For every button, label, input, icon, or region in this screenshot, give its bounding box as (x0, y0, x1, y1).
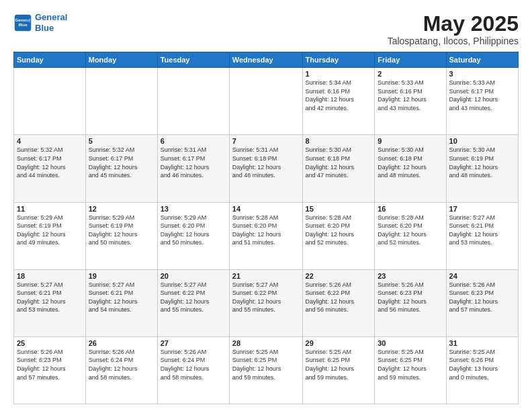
svg-text:Blue: Blue (18, 22, 28, 27)
day-number: 9 (378, 137, 443, 145)
day-info: Sunrise: 5:26 AM Sunset: 6:22 PM Dayligh… (306, 281, 372, 314)
table-row (85, 68, 157, 135)
day-number: 18 (17, 272, 83, 280)
table-row: 7Sunrise: 5:31 AM Sunset: 6:18 PM Daylig… (229, 135, 302, 202)
table-row: 9Sunrise: 5:30 AM Sunset: 6:18 PM Daylig… (375, 135, 446, 202)
day-info: Sunrise: 5:30 AM Sunset: 6:18 PM Dayligh… (306, 146, 372, 179)
table-row: 12Sunrise: 5:29 AM Sunset: 6:19 PM Dayli… (85, 202, 157, 269)
day-number: 21 (232, 272, 300, 280)
day-number: 20 (161, 272, 226, 280)
calendar-title: May 2025 (388, 12, 519, 36)
day-info: Sunrise: 5:27 AM Sunset: 6:22 PM Dayligh… (161, 281, 226, 314)
day-number: 3 (449, 70, 515, 78)
calendar-subtitle: Talospatang, Ilocos, Philippines (388, 36, 519, 46)
table-row: 2Sunrise: 5:33 AM Sunset: 6:16 PM Daylig… (375, 68, 446, 135)
col-sunday: Sunday (14, 52, 86, 68)
day-info: Sunrise: 5:29 AM Sunset: 6:20 PM Dayligh… (161, 214, 226, 247)
table-row: 1Sunrise: 5:34 AM Sunset: 6:16 PM Daylig… (302, 68, 375, 135)
table-row: 21Sunrise: 5:27 AM Sunset: 6:22 PM Dayli… (229, 269, 302, 336)
logo-icon: General Blue (13, 13, 32, 32)
day-info: Sunrise: 5:25 AM Sunset: 6:25 PM Dayligh… (232, 348, 300, 381)
table-row: 4Sunrise: 5:32 AM Sunset: 6:17 PM Daylig… (14, 135, 86, 202)
day-number: 1 (306, 70, 372, 78)
day-info: Sunrise: 5:32 AM Sunset: 6:17 PM Dayligh… (17, 146, 83, 179)
calendar-week-row: 25Sunrise: 5:26 AM Sunset: 6:23 PM Dayli… (14, 336, 519, 404)
day-info: Sunrise: 5:28 AM Sunset: 6:20 PM Dayligh… (232, 214, 300, 247)
calendar-page: General Blue General Blue May 2025 Talos… (0, 0, 532, 411)
table-row: 28Sunrise: 5:25 AM Sunset: 6:25 PM Dayli… (229, 336, 302, 404)
day-info: Sunrise: 5:26 AM Sunset: 6:24 PM Dayligh… (89, 348, 154, 381)
table-row: 11Sunrise: 5:29 AM Sunset: 6:19 PM Dayli… (14, 202, 86, 269)
day-info: Sunrise: 5:29 AM Sunset: 6:19 PM Dayligh… (17, 214, 83, 247)
day-number: 29 (306, 339, 372, 347)
day-info: Sunrise: 5:25 AM Sunset: 6:25 PM Dayligh… (306, 348, 372, 381)
col-monday: Monday (85, 52, 157, 68)
day-number: 22 (306, 272, 372, 280)
day-number: 7 (232, 137, 300, 145)
table-row (157, 68, 229, 135)
calendar-week-row: 11Sunrise: 5:29 AM Sunset: 6:19 PM Dayli… (14, 202, 519, 269)
col-friday: Friday (375, 52, 446, 68)
day-info: Sunrise: 5:33 AM Sunset: 6:16 PM Dayligh… (378, 79, 443, 112)
day-info: Sunrise: 5:26 AM Sunset: 6:23 PM Dayligh… (378, 281, 443, 314)
table-row: 6Sunrise: 5:31 AM Sunset: 6:17 PM Daylig… (157, 135, 229, 202)
logo-line1: General (35, 12, 67, 22)
day-number: 28 (232, 339, 300, 347)
day-info: Sunrise: 5:27 AM Sunset: 6:21 PM Dayligh… (449, 214, 515, 247)
calendar-week-row: 1Sunrise: 5:34 AM Sunset: 6:16 PM Daylig… (14, 68, 519, 135)
day-info: Sunrise: 5:26 AM Sunset: 6:23 PM Dayligh… (17, 348, 83, 381)
table-row: 3Sunrise: 5:33 AM Sunset: 6:17 PM Daylig… (446, 68, 518, 135)
day-number: 15 (306, 205, 372, 213)
day-number: 24 (449, 272, 515, 280)
table-row: 18Sunrise: 5:27 AM Sunset: 6:21 PM Dayli… (14, 269, 86, 336)
calendar-header-row: Sunday Monday Tuesday Wednesday Thursday… (14, 52, 519, 68)
day-info: Sunrise: 5:31 AM Sunset: 6:18 PM Dayligh… (232, 146, 300, 179)
day-number: 25 (17, 339, 83, 347)
day-number: 30 (378, 339, 443, 347)
day-info: Sunrise: 5:30 AM Sunset: 6:18 PM Dayligh… (378, 146, 443, 179)
logo-line2: Blue (35, 23, 54, 33)
day-info: Sunrise: 5:28 AM Sunset: 6:20 PM Dayligh… (306, 214, 372, 247)
table-row: 30Sunrise: 5:25 AM Sunset: 6:25 PM Dayli… (375, 336, 446, 404)
calendar-table: Sunday Monday Tuesday Wednesday Thursday… (13, 52, 519, 404)
table-row: 20Sunrise: 5:27 AM Sunset: 6:22 PM Dayli… (157, 269, 229, 336)
table-row (229, 68, 302, 135)
day-info: Sunrise: 5:31 AM Sunset: 6:17 PM Dayligh… (161, 146, 226, 179)
day-info: Sunrise: 5:30 AM Sunset: 6:19 PM Dayligh… (449, 146, 515, 179)
table-row: 23Sunrise: 5:26 AM Sunset: 6:23 PM Dayli… (375, 269, 446, 336)
table-row: 31Sunrise: 5:25 AM Sunset: 6:26 PM Dayli… (446, 336, 518, 404)
day-number: 8 (306, 137, 372, 145)
day-number: 16 (378, 205, 443, 213)
table-row: 17Sunrise: 5:27 AM Sunset: 6:21 PM Dayli… (446, 202, 518, 269)
col-tuesday: Tuesday (157, 52, 229, 68)
calendar-week-row: 4Sunrise: 5:32 AM Sunset: 6:17 PM Daylig… (14, 135, 519, 202)
day-number: 19 (89, 272, 154, 280)
day-number: 11 (17, 205, 83, 213)
day-number: 4 (17, 137, 83, 145)
day-info: Sunrise: 5:27 AM Sunset: 6:22 PM Dayligh… (232, 281, 300, 314)
day-number: 5 (89, 137, 154, 145)
table-row: 29Sunrise: 5:25 AM Sunset: 6:25 PM Dayli… (302, 336, 375, 404)
col-thursday: Thursday (302, 52, 375, 68)
day-number: 23 (378, 272, 443, 280)
day-info: Sunrise: 5:34 AM Sunset: 6:16 PM Dayligh… (306, 79, 372, 112)
table-row: 13Sunrise: 5:29 AM Sunset: 6:20 PM Dayli… (157, 202, 229, 269)
day-number: 13 (161, 205, 226, 213)
day-number: 12 (89, 205, 154, 213)
title-block: May 2025 Talospatang, Ilocos, Philippine… (388, 12, 519, 46)
day-info: Sunrise: 5:32 AM Sunset: 6:17 PM Dayligh… (89, 146, 154, 179)
day-info: Sunrise: 5:25 AM Sunset: 6:26 PM Dayligh… (449, 348, 515, 381)
table-row: 14Sunrise: 5:28 AM Sunset: 6:20 PM Dayli… (229, 202, 302, 269)
logo-text: General Blue (35, 12, 67, 33)
table-row: 25Sunrise: 5:26 AM Sunset: 6:23 PM Dayli… (14, 336, 86, 404)
table-row: 22Sunrise: 5:26 AM Sunset: 6:22 PM Dayli… (302, 269, 375, 336)
table-row: 5Sunrise: 5:32 AM Sunset: 6:17 PM Daylig… (85, 135, 157, 202)
day-info: Sunrise: 5:33 AM Sunset: 6:17 PM Dayligh… (449, 79, 515, 112)
day-number: 10 (449, 137, 515, 145)
table-row (14, 68, 86, 135)
table-row: 16Sunrise: 5:28 AM Sunset: 6:20 PM Dayli… (375, 202, 446, 269)
table-row: 8Sunrise: 5:30 AM Sunset: 6:18 PM Daylig… (302, 135, 375, 202)
table-row: 15Sunrise: 5:28 AM Sunset: 6:20 PM Dayli… (302, 202, 375, 269)
col-wednesday: Wednesday (229, 52, 302, 68)
day-number: 26 (89, 339, 154, 347)
